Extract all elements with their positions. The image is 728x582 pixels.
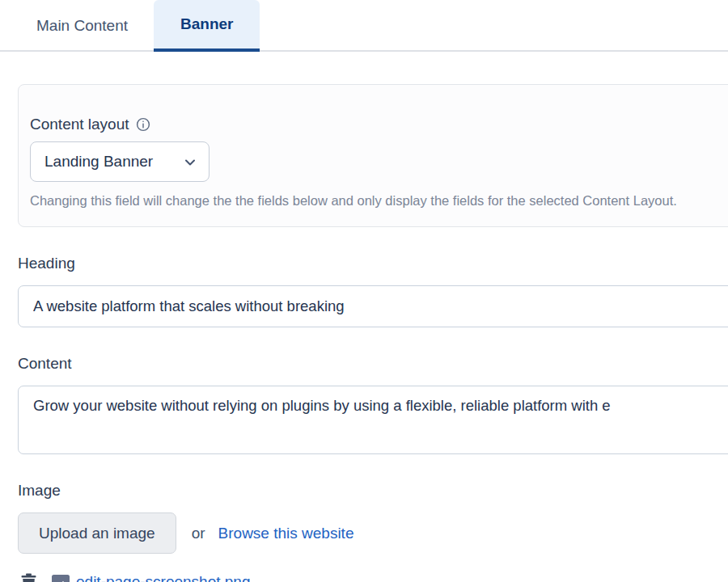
image-label: Image	[18, 482, 728, 500]
trash-icon[interactable]	[21, 573, 36, 582]
chevron-down-icon	[184, 155, 197, 168]
image-upload-row: Upload an image or Browse this website	[18, 512, 728, 554]
tab-banner[interactable]: Banner	[154, 0, 260, 52]
or-text: or	[192, 525, 205, 542]
content-layout-help-text: Changing this field will change the the …	[30, 193, 728, 209]
info-icon[interactable]	[136, 117, 150, 132]
content-layout-label: Content layout	[30, 116, 129, 133]
content-layout-card: Content layout Landing Banner Changing t…	[18, 84, 728, 227]
tab-bar: Main Content Banner	[0, 0, 728, 52]
selected-file-row: edit-page-screenshot.png	[21, 573, 728, 582]
image-file-icon	[52, 575, 70, 582]
heading-label: Heading	[18, 255, 728, 272]
content-layout-select-value: Landing Banner	[44, 153, 153, 171]
content-layout-select[interactable]: Landing Banner	[30, 141, 210, 182]
tab-main-content[interactable]: Main Content	[20, 0, 144, 52]
browse-website-link[interactable]: Browse this website	[218, 525, 354, 542]
content-textarea[interactable]: Grow your website without relying on plu…	[18, 386, 728, 454]
content-label: Content	[18, 355, 728, 373]
upload-image-button[interactable]: Upload an image	[18, 512, 176, 554]
file-name-link[interactable]: edit-page-screenshot.png	[76, 573, 250, 582]
heading-input[interactable]	[18, 285, 728, 327]
